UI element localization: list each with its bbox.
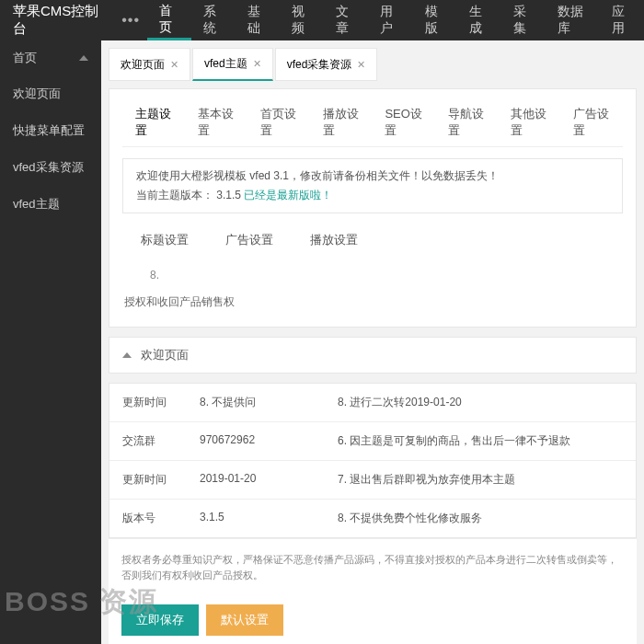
subtab-2[interactable]: 首页设置 [247,98,310,146]
subtab-1[interactable]: 基本设置 [185,98,247,146]
topnav-item-8[interactable]: 采集 [501,0,546,40]
latest-badge: 已经是最新版啦！ [244,189,332,201]
top-nav: 首页系统基础视频文章用户模版生成采集数据库应用 [147,0,644,40]
table-row: 更新时间2019-01-207. 退出售后群即视为放弃使用本主题 [109,461,636,500]
table-row: 版本号3.1.58. 不提供免费个性化修改服务 [109,500,636,537]
sidebar-item-0[interactable]: 欢迎页面 [0,75,101,112]
top-bar: 苹果CMS控制台 ••• 首页系统基础视频文章用户模版生成采集数据库应用 [0,0,644,40]
inner-tab-0[interactable]: 标题设置 [122,226,207,254]
topnav-item-0[interactable]: 首页 [147,0,191,40]
subtab-4[interactable]: SEO设置 [372,98,435,146]
topnav-item-5[interactable]: 用户 [368,0,412,40]
collapse-title: 欢迎页面 [141,347,189,363]
reset-button[interactable]: 默认设置 [206,604,283,636]
small-value: 8. [122,263,623,287]
sidebar-item-3[interactable]: vfed主题 [0,186,101,223]
subtab-7[interactable]: 广告设置 [560,98,623,146]
tab-1[interactable]: vfed主题✕ [192,48,273,81]
info-table: 更新时间8. 不提供问8. 进行二次转2019-01-20交流群97067296… [109,383,637,538]
welcome-line2: 当前主题版本： 3.1.5 已经是最新版啦！ [136,188,609,203]
topnav-item-6[interactable]: 模版 [413,0,457,40]
topnav-item-4[interactable]: 文章 [324,0,368,40]
footer-note: 授权者务必尊重知识产权，严格保证不恶意传播产品源码，不得直接对授权的产品本身进行… [109,538,637,595]
welcome-box: 欢迎使用大橙影视模板 vfed 3.1，修改前请备份相关文件！以免数据丢失！ 当… [122,158,623,213]
topnav-item-1[interactable]: 系统 [191,0,236,40]
close-icon[interactable]: ✕ [170,59,178,71]
subtab-5[interactable]: 导航设置 [435,98,498,146]
main-area: 欢迎页面✕vfed主题✕vfed采集资源✕ 主题设置基本设置首页设置播放设置SE… [101,40,644,644]
app-logo: 苹果CMS控制台 [0,3,114,38]
page-tabs: 欢迎页面✕vfed主题✕vfed采集资源✕ [109,48,637,81]
collapse-bar[interactable]: 欢迎页面 [109,337,637,374]
theme-panel: 主题设置基本设置首页设置播放设置SEO设置导航设置其他设置广告设置 欢迎使用大橙… [109,88,637,328]
inner-tab-2[interactable]: 播放设置 [292,226,376,254]
save-button[interactable]: 立即保存 [121,604,199,636]
topnav-item-9[interactable]: 数据库 [546,0,600,40]
button-row: 立即保存 默认设置 [109,595,637,644]
more-icon[interactable]: ••• [114,12,147,29]
sub-tabs: 主题设置基本设置首页设置播放设置SEO设置导航设置其他设置广告设置 [122,98,623,147]
topnav-item-3[interactable]: 视频 [280,0,324,40]
chevron-up-icon [79,55,88,61]
sidebar-item-2[interactable]: vfed采集资源 [0,149,101,186]
inner-tab-1[interactable]: 广告设置 [207,226,292,254]
table-row: 交流群9706729626. 因主题是可复制的商品，售出后一律不予退款 [109,422,636,461]
close-icon[interactable]: ✕ [357,59,365,71]
subtab-3[interactable]: 播放设置 [310,98,373,146]
topnav-item-10[interactable]: 应用 [600,0,644,40]
sidebar-head-label: 首页 [13,50,37,66]
chevron-up-icon [122,352,132,358]
tab-0[interactable]: 欢迎页面✕ [109,48,190,81]
table-row: 更新时间8. 不提供问8. 进行二次转2019-01-20 [109,384,636,422]
subtab-6[interactable]: 其他设置 [498,98,560,146]
subtab-0[interactable]: 主题设置 [122,98,185,146]
topnav-item-2[interactable]: 基础 [236,0,280,40]
topnav-item-7[interactable]: 生成 [457,0,501,40]
tab-2[interactable]: vfed采集资源✕ [275,48,378,81]
welcome-line1: 欢迎使用大橙影视模板 vfed 3.1，修改前请备份相关文件！以免数据丢失！ [136,168,609,184]
auth-text: 授权和收回产品销售权 [122,287,623,317]
inner-tabs: 标题设置广告设置播放设置 [122,226,623,254]
sidebar-item-1[interactable]: 快捷菜单配置 [0,112,101,149]
close-icon[interactable]: ✕ [253,58,261,70]
sidebar: 首页 欢迎页面快捷菜单配置vfed采集资源vfed主题 [0,40,101,644]
sidebar-head[interactable]: 首页 [0,40,101,75]
